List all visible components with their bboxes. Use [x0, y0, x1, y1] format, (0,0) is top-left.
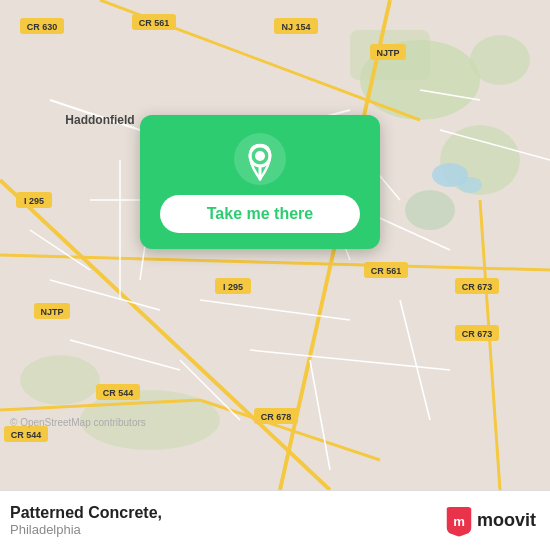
svg-point-9 — [458, 177, 482, 193]
svg-text:CR 561: CR 561 — [139, 18, 170, 28]
bottom-bar: Patterned Concrete, Philadelphia m moovi… — [0, 490, 550, 550]
map-container: CR 630 CR 561 NJ 154 NJTP I 295 I 295 NJ… — [0, 0, 550, 490]
svg-point-66 — [255, 151, 265, 161]
svg-text:Haddonfield: Haddonfield — [65, 113, 134, 127]
navigation-card: Take me there — [140, 115, 380, 249]
svg-text:CR 630: CR 630 — [27, 22, 58, 32]
svg-text:m: m — [453, 513, 465, 528]
svg-text:CR 544: CR 544 — [11, 430, 42, 440]
place-subtitle: Philadelphia — [10, 522, 162, 537]
svg-text:CR 678: CR 678 — [261, 412, 292, 422]
svg-point-5 — [20, 355, 100, 405]
moovit-logo: m moovit — [445, 505, 536, 537]
location-pin-icon — [234, 133, 286, 185]
take-me-there-button[interactable]: Take me there — [160, 195, 360, 233]
svg-text:CR 561: CR 561 — [371, 266, 402, 276]
svg-text:NJ 154: NJ 154 — [281, 22, 310, 32]
svg-text:I 295: I 295 — [223, 282, 243, 292]
svg-text:NJTP: NJTP — [376, 48, 399, 58]
map-copyright: © OpenStreetMap contributors — [10, 417, 146, 428]
place-info: Patterned Concrete, Philadelphia — [10, 504, 162, 537]
svg-text:CR 673: CR 673 — [462, 282, 493, 292]
svg-point-3 — [470, 35, 530, 85]
svg-point-7 — [405, 190, 455, 230]
moovit-icon: m — [445, 505, 473, 537]
svg-text:I 295: I 295 — [24, 196, 44, 206]
place-title: Patterned Concrete, — [10, 504, 162, 522]
moovit-text: moovit — [477, 510, 536, 531]
svg-text:CR 544: CR 544 — [103, 388, 134, 398]
svg-text:NJTP: NJTP — [40, 307, 63, 317]
svg-text:CR 673: CR 673 — [462, 329, 493, 339]
